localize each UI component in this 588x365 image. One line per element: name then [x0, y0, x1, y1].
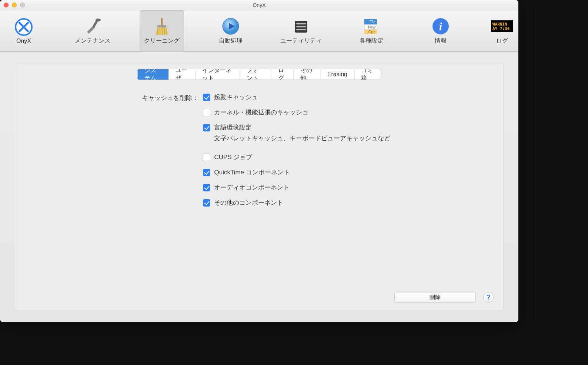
section-label: キャッシュを削除：: [126, 93, 198, 102]
help-button[interactable]: ?: [483, 292, 494, 302]
log-icon: WARNIN AY 7:36: [491, 17, 513, 36]
option-label: カーネル・機能拡張のキャッシュ: [214, 108, 308, 117]
toolbar-item-info[interactable]: i 情報: [418, 10, 463, 51]
tab-label: フォント: [247, 69, 264, 80]
tab-label: ログ: [278, 69, 287, 80]
svg-text:Ope: Ope: [369, 30, 376, 34]
svg-rect-3: [161, 18, 163, 26]
toolbox-icon: [292, 17, 310, 36]
toolbar-item-label: OnyX: [16, 38, 31, 44]
toolbar-item-maintenance[interactable]: メンテナンス: [70, 10, 115, 51]
window-controls: [4, 3, 25, 7]
option-label: 起動キャッシュ: [214, 93, 258, 101]
tab-label: システム: [144, 69, 162, 80]
app-window: OnyX OnyX メンテナンス: [0, 0, 518, 322]
svg-rect-9: [296, 29, 306, 30]
info-icon: i: [431, 17, 450, 36]
svg-point-2: [96, 19, 101, 21]
tab-label: ユーザ: [176, 69, 189, 80]
button-label: 削除: [430, 294, 441, 301]
checkbox[interactable]: [203, 109, 210, 116]
tab-label: ゴミ箱: [361, 69, 374, 80]
option-boot-cache: 起動キャッシュ: [203, 93, 390, 101]
option-cups-jobs: CUPS ジョブ: [203, 153, 390, 161]
tab-other[interactable]: その他: [294, 69, 321, 80]
tab-label: Erasing: [327, 71, 347, 78]
bottom-bar: 削除 ?: [394, 292, 494, 302]
checkbox[interactable]: [203, 169, 210, 176]
tab-font[interactable]: フォント: [240, 69, 271, 80]
execute-button[interactable]: 削除: [394, 292, 476, 302]
option-label: QuickTime コンポーネント: [214, 168, 290, 177]
option-other-component: その他のコンポーネント: [203, 198, 390, 207]
option-label: その他のコンポーネント: [214, 198, 283, 207]
tab-user[interactable]: ユーザ: [169, 69, 196, 80]
tab-internet[interactable]: インターネット: [196, 69, 240, 80]
play-icon: [221, 17, 240, 36]
option-label: CUPS ジョブ: [214, 153, 252, 161]
window-title: OnyX: [0, 2, 518, 8]
broom-icon: [153, 17, 171, 36]
option-language-env: 言語環境設定: [203, 123, 390, 132]
checkbox[interactable]: [203, 184, 210, 191]
onyx-icon: [14, 18, 33, 36]
svg-text:i: i: [439, 20, 442, 33]
zoom-window-button[interactable]: [20, 3, 25, 7]
toolbar-item-automation[interactable]: 自動処理: [208, 10, 253, 51]
content-panel: システム ユーザ インターネット フォント ログ その他 Erasing ゴミ箱…: [15, 63, 504, 311]
options-area: キャッシュを削除： 起動キャッシュ カーネル・機能拡張のキャッシュ 言語環境設定…: [126, 93, 481, 214]
option-label: 言語環境設定: [214, 123, 252, 132]
tab-system[interactable]: システム: [138, 69, 169, 80]
tab-trash[interactable]: ゴミ箱: [354, 69, 381, 80]
toolbar-item-utilities[interactable]: ユーティリティ: [277, 10, 325, 51]
toolbar-item-label: 自動処理: [219, 37, 243, 45]
checkbox[interactable]: [203, 154, 210, 161]
titlebar: OnyX: [0, 0, 518, 10]
svg-text:File: File: [370, 20, 376, 24]
toolbar-item-label: 各種設定: [360, 37, 383, 45]
checkbox[interactable]: [203, 124, 210, 131]
toolbar-item-cleaning[interactable]: クリーニング: [140, 10, 184, 51]
files-icon: File New Ope: [362, 17, 381, 36]
svg-rect-8: [296, 26, 306, 27]
toolbar-item-label: メンテナンス: [75, 37, 110, 45]
tools-icon: [83, 17, 102, 36]
option-kernel-cache: カーネル・機能拡張のキャッシュ: [203, 108, 390, 117]
svg-rect-4: [157, 25, 166, 27]
option-sublabel: 文字パレットキャッシュ、キーボードビューアキャッシュなど: [214, 134, 390, 143]
tab-label: その他: [300, 69, 314, 80]
tab-erasing[interactable]: Erasing: [321, 69, 354, 80]
toolbar-item-log[interactable]: WARNIN AY 7:36 ログ: [487, 10, 517, 51]
toolbar-item-label: ユーティリティ: [280, 37, 322, 45]
toolbar-item-label: 情報: [435, 37, 447, 45]
option-list: 起動キャッシュ カーネル・機能拡張のキャッシュ 言語環境設定 文字パレットキャッ…: [203, 93, 390, 214]
option-label: オーディオコンポーネント: [214, 183, 290, 192]
tab-log[interactable]: ログ: [271, 69, 294, 80]
svg-text:AY 7:36: AY 7:36: [492, 26, 510, 31]
svg-text:New: New: [368, 25, 376, 29]
help-label: ?: [486, 293, 491, 301]
subtab-bar: システム ユーザ インターネット フォント ログ その他 Erasing ゴミ箱: [137, 69, 381, 80]
toolbar-item-parameters[interactable]: File New Ope 各種設定: [349, 10, 394, 51]
option-audio-component: オーディオコンポーネント: [203, 183, 390, 192]
tab-label: インターネット: [202, 69, 233, 80]
toolbar-item-label: ログ: [496, 37, 508, 45]
option-quicktime: QuickTime コンポーネント: [203, 168, 390, 177]
main-toolbar: OnyX メンテナンス クリーニング: [0, 10, 518, 52]
toolbar-item-onyx[interactable]: OnyX: [1, 10, 46, 51]
minimize-window-button[interactable]: [12, 3, 17, 7]
checkbox[interactable]: [203, 199, 210, 207]
toolbar-item-label: クリーニング: [144, 37, 180, 45]
checkbox[interactable]: [203, 94, 210, 101]
close-window-button[interactable]: [4, 3, 9, 7]
svg-rect-7: [296, 23, 306, 24]
